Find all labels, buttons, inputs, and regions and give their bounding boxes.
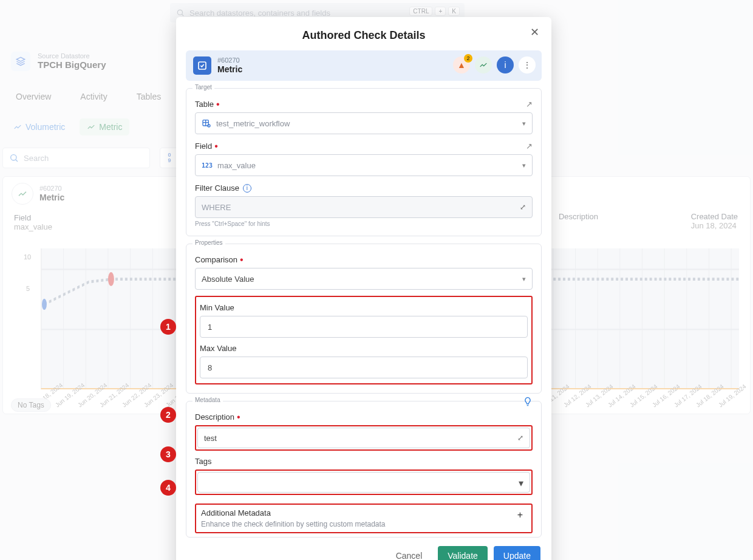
modal-title: Authored Check Details [176, 17, 551, 50]
update-button[interactable]: Update [494, 546, 540, 560]
chevron-down-icon: ▾ [522, 275, 526, 283]
annotation-marker-1: 1 [160, 319, 176, 335]
filter-label: Filter Clause [195, 183, 239, 193]
comparison-value: Absolute Value [202, 275, 254, 284]
warning-icon[interactable]: ▲2 [453, 56, 470, 73]
max-input[interactable]: 8 [200, 357, 528, 378]
table-label: Table [195, 100, 214, 109]
open-icon[interactable]: ↗ [526, 142, 533, 151]
field-label: Field [195, 142, 212, 151]
max-label: Max Value [200, 344, 236, 353]
field-select[interactable]: 123 max_value ▾ [195, 154, 533, 176]
close-button[interactable]: ✕ [530, 26, 539, 39]
number-type-icon: 123 [202, 162, 213, 169]
svg-point-47 [208, 125, 210, 127]
authored-check-modal: ✕ Authored Check Details #60270 Metric ▲… [176, 17, 551, 560]
description-label: Description [195, 412, 234, 422]
properties-section: Properties Comparison• Absolute Value ▾ … [186, 244, 542, 394]
check-icon [193, 56, 211, 75]
check-id: #60270 [217, 56, 242, 64]
annotation-marker-3: 3 [160, 446, 176, 462]
check-header: #60270 Metric ▲2 i ⋮ [186, 50, 542, 81]
expand-icon[interactable]: ⤢ [520, 203, 526, 211]
tags-label: Tags [195, 457, 211, 466]
info-icon[interactable]: i [243, 184, 251, 193]
cancel-button[interactable]: Cancel [386, 546, 432, 560]
section-title: Metadata [193, 397, 223, 403]
table-select[interactable]: test_metric_workflow ▾ [195, 112, 533, 134]
chevron-down-icon: ▾ [522, 162, 526, 169]
tags-select[interactable] [197, 472, 530, 493]
description-input[interactable]: test ⤢ [197, 428, 530, 448]
table-value: test_metric_workflow [216, 119, 290, 128]
target-section: Target Table•↗ test_metric_workflow ▾ Fi… [186, 88, 542, 236]
table-icon [202, 118, 211, 128]
warning-count: 2 [464, 54, 472, 63]
section-title: Target [193, 84, 214, 90]
info-icon[interactable]: i [497, 56, 514, 73]
additional-metadata-sub: Enhance the check definition by setting … [201, 520, 526, 528]
comparison-label: Comparison [195, 255, 237, 264]
metadata-section: Metadata Description• test ⤢ Tags Additi… [186, 401, 542, 538]
filter-input[interactable]: WHERE ⤢ [195, 196, 533, 218]
open-icon[interactable]: ↗ [526, 100, 533, 109]
comparison-select[interactable]: Absolute Value ▾ [195, 268, 533, 290]
check-name: Metric [217, 64, 242, 74]
validate-button[interactable]: Validate [438, 546, 488, 560]
min-input[interactable]: 1 [200, 316, 528, 338]
more-icon[interactable]: ⋮ [519, 56, 536, 73]
annotation-marker-2: 2 [160, 407, 176, 423]
additional-metadata-label: Additional Metadata [201, 508, 526, 517]
chevron-down-icon: ▾ [522, 120, 526, 128]
annotation-marker-4: 4 [160, 480, 176, 496]
expand-icon[interactable]: ⤢ [517, 434, 523, 442]
section-title: Properties [193, 239, 225, 246]
filter-hint: Press "Ctrl+Space" for hints [195, 220, 533, 227]
lightbulb-icon[interactable] [523, 397, 533, 406]
filter-placeholder: WHERE [202, 203, 231, 212]
add-metadata-button[interactable]: + [517, 510, 523, 521]
min-label: Min Value [200, 303, 234, 312]
chart-icon[interactable] [475, 56, 492, 73]
field-value: max_value [217, 161, 256, 170]
